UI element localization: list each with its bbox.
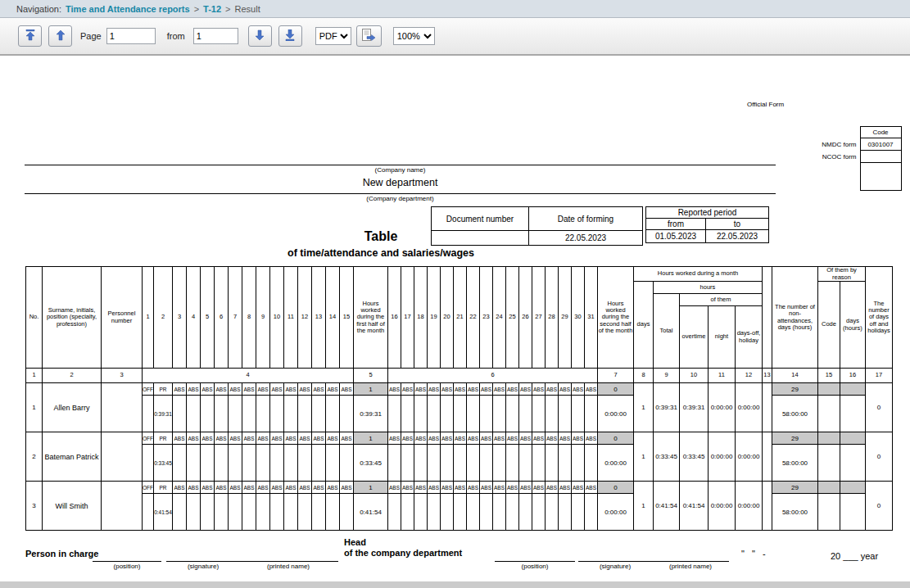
code-empty-cell [860, 163, 901, 191]
breadcrumb-link-reports[interactable]: Time and Attendance reports [66, 4, 190, 14]
overtime-hours: 0:39:31 [680, 383, 709, 432]
day-hours [401, 445, 414, 482]
column-13 [763, 482, 772, 531]
official-form-label: Official Form [747, 101, 784, 108]
header-cell [763, 267, 772, 369]
day-hours [532, 494, 546, 531]
last-page-button[interactable] [278, 25, 302, 47]
header-cell: 30 [572, 267, 585, 369]
header-cell: Hours worked during a month [634, 267, 763, 282]
total-pages-input[interactable] [193, 28, 238, 44]
attendance-table: No.Surname, initials, position (specialt… [25, 266, 893, 531]
header-cell: 5 [354, 369, 388, 383]
day-status: ABS [340, 383, 354, 396]
personnel-number [102, 432, 143, 482]
next-page-button[interactable] [248, 25, 272, 47]
breadcrumb: Navigation: Time and Attendance reports … [0, 0, 910, 18]
navigation-label: Navigation: [16, 4, 61, 14]
nonattendance-hours: 58:00:00 [772, 396, 818, 432]
breadcrumb-current: Result [235, 4, 260, 14]
day-hours [143, 445, 154, 482]
day-hours [242, 494, 256, 531]
day-hours [559, 396, 572, 432]
day-status: ABS [256, 383, 270, 396]
daysoff-holiday-hours: 0:00:00 [736, 432, 763, 482]
day-status: ABS [270, 432, 284, 445]
day-status: ABS [215, 383, 229, 396]
days-off-holidays: 0 [866, 482, 893, 531]
day-status: ABS [173, 383, 187, 396]
second-half-days: 0 [598, 432, 634, 445]
day-hours [572, 445, 585, 482]
header-cell: 8 [242, 267, 256, 369]
employee-name: Will Smith [43, 482, 102, 531]
day-status: ABS [401, 383, 414, 396]
company-name-line [25, 165, 776, 165]
day-status: ABS [229, 482, 242, 494]
day-status: ABS [284, 432, 298, 445]
header-cell: days-off, holiday [736, 306, 763, 369]
nmdc-form-code: 0301007 [860, 138, 901, 151]
first-page-button[interactable] [18, 25, 42, 47]
header-cell: 12 [736, 369, 763, 383]
header-cell: 15 [818, 369, 840, 383]
day-status: ABS [229, 383, 242, 396]
header-cell: 20 [441, 267, 454, 369]
head-signature-slot-printed-name: (printed name) [652, 555, 729, 570]
night-hours: 0:00:00 [709, 482, 736, 531]
export-button[interactable] [356, 25, 382, 47]
day-hours [532, 396, 546, 432]
export-format-select[interactable]: PDF [315, 27, 351, 45]
personnel-number [102, 383, 143, 432]
day-hours [201, 396, 215, 432]
signature-line [652, 555, 729, 562]
day-hours [506, 396, 519, 432]
day-status: ABS [414, 482, 428, 494]
reason-code-value [818, 494, 840, 531]
signature-slot-signature: (signature) [166, 555, 240, 570]
days-off-holidays: 0 [866, 383, 893, 432]
day-status: ABS [401, 482, 414, 494]
day-status: ABS [187, 432, 201, 445]
day-status: ABS [173, 432, 187, 445]
day-status: ABS [229, 432, 242, 445]
day-hours [229, 445, 242, 482]
ncoc-form-label: NCOC form [819, 151, 860, 163]
second-half-days: 0 [598, 482, 634, 494]
day-status: ABS [493, 482, 506, 494]
reason-days [840, 383, 866, 396]
header-cell: Of them by reason [818, 267, 866, 282]
day-hours [388, 396, 401, 432]
date-of-forming-header: Date of forming [529, 207, 643, 231]
day-hours [229, 396, 242, 432]
header-cell: 8 [634, 369, 654, 383]
day-hours [585, 494, 598, 531]
company-department-value: New department [25, 177, 776, 188]
signature-line [93, 555, 161, 562]
day-hours: 0:39:31 [154, 396, 173, 432]
day-hours [414, 445, 428, 482]
day-hours: 0:33:45 [154, 445, 173, 482]
day-hours [201, 445, 215, 482]
ncoc-form-code [860, 151, 901, 163]
day-hours [256, 494, 270, 531]
head-signature-slot-position: (position) [495, 555, 575, 570]
daysoff-holiday-hours: 0:00:00 [736, 482, 763, 531]
report-page: Official Form Code NMDC form 0301007 NCO… [0, 56, 910, 581]
header-cell: 17 [401, 267, 414, 369]
second-half-total: 0:00:00 [598, 396, 634, 432]
breadcrumb-link-t12[interactable]: T-12 [203, 4, 221, 14]
first-page-icon [25, 29, 35, 43]
page-input[interactable] [106, 28, 156, 44]
day-status: ABS [401, 432, 414, 445]
breadcrumb-separator: > [225, 4, 230, 14]
header-cell: days (hours) [840, 282, 866, 369]
year-placeholder: 20 ___ year [831, 551, 878, 561]
header-cell: 12 [298, 267, 312, 369]
zoom-select[interactable]: 100% [393, 27, 435, 45]
day-status: ABS [441, 482, 454, 494]
personnel-number [102, 482, 143, 531]
day-hours [256, 445, 270, 482]
previous-page-button[interactable] [48, 25, 72, 47]
day-hours [187, 445, 201, 482]
